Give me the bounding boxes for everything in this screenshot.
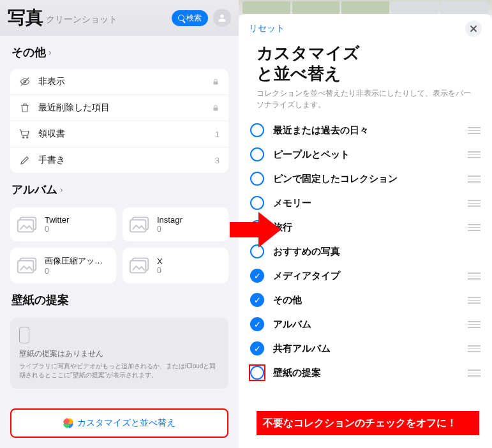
option-label: ピンで固定したコレクション <box>273 173 468 185</box>
modal-description: コレクションを並べ替えたり非表示にしたりして、表示をパーソナライズします。 <box>239 87 492 118</box>
chevron-right-icon: › <box>60 184 63 195</box>
background-thumbnails <box>239 0 492 15</box>
drag-handle-icon[interactable] <box>468 370 481 377</box>
drag-handle-icon[interactable] <box>468 273 481 280</box>
option-row[interactable]: メモリー <box>250 191 481 215</box>
drag-handle-icon[interactable] <box>468 200 481 207</box>
option-row[interactable]: ピープルとペット <box>250 142 481 167</box>
wallpaper-empty-title: 壁紙の提案はありません <box>19 348 220 359</box>
header: 写真 クリーンショット 検索 <box>0 0 239 36</box>
drag-handle-icon[interactable] <box>468 297 481 304</box>
search-label: 検索 <box>186 13 202 24</box>
images-icon <box>17 216 38 234</box>
images-icon <box>129 216 151 234</box>
checkbox-checked-icon[interactable]: ✓ <box>250 293 264 307</box>
option-label: その他 <box>273 294 468 306</box>
eye-slash-icon <box>19 76 33 87</box>
drag-handle-icon[interactable] <box>468 224 481 231</box>
photos-app-screen: 写真 クリーンショット 検索 その他 › 非表示 最近削除した項目 領収書 <box>0 0 239 448</box>
drag-handle-icon[interactable] <box>468 127 481 134</box>
list-item-receipts[interactable]: 領収書 1 <box>10 121 228 147</box>
checkbox-empty-icon[interactable] <box>250 147 264 161</box>
svg-rect-4 <box>214 108 218 111</box>
svg-rect-10 <box>130 220 146 232</box>
pencil-icon <box>19 154 33 166</box>
option-row[interactable]: 旅行 <box>250 215 481 239</box>
option-row[interactable]: ✓アルバム <box>250 312 481 336</box>
annotation-callout: 不要なコレクションのチェックをオフに！ <box>257 411 479 435</box>
modal-header: リセット <box>239 14 492 43</box>
option-row[interactable]: ✓その他 <box>250 288 481 312</box>
reset-button[interactable]: リセット <box>249 23 285 34</box>
other-list: 非表示 最近削除した項目 領収書 1 手書き 3 <box>10 69 228 173</box>
highlight-box <box>249 364 265 381</box>
customize-reorder-button[interactable]: カスタマイズと並べ替え <box>10 408 228 438</box>
svg-rect-12 <box>18 260 34 273</box>
section-wallpaper: 壁紙の提案 <box>0 283 239 311</box>
option-label: ピープルとペット <box>273 149 468 161</box>
header-subtitle: クリーンショット <box>46 14 117 26</box>
option-row[interactable]: ピンで固定したコレクション <box>250 167 481 191</box>
svg-rect-8 <box>18 220 34 232</box>
album-row-1: Twitter 0 Instagr 0 <box>0 201 239 241</box>
chevron-right-icon: › <box>48 47 52 57</box>
photos-app-icon <box>63 418 73 428</box>
checkbox-checked-icon[interactable]: ✓ <box>250 269 264 283</box>
modal-title: カスタマイズと並べ替え <box>239 43 492 87</box>
profile-avatar[interactable] <box>213 9 231 27</box>
checkbox-checked-icon[interactable]: ✓ <box>250 317 264 331</box>
album-card[interactable]: Instagr 0 <box>123 207 228 241</box>
options-list: 最近または過去の日々ピープルとペットピンで固定したコレクションメモリー旅行おすす… <box>239 118 492 385</box>
wallpaper-empty-card: 壁紙の提案はありません ライブラリに写真やビデオがもっと追加されるか、またはiC… <box>10 318 228 389</box>
phone-icon <box>19 327 29 343</box>
wallpaper-empty-desc: ライブラリに写真やビデオがもっと追加されるか、またはiCloudと同期されるとこ… <box>19 362 220 380</box>
option-label: おすすめの写真 <box>273 246 481 258</box>
drag-handle-icon[interactable] <box>468 151 481 158</box>
arrow-annotation <box>230 211 281 249</box>
option-label: 壁紙の提案 <box>273 367 468 379</box>
option-label: アルバム <box>273 318 468 331</box>
drag-handle-icon[interactable] <box>468 321 481 328</box>
images-icon <box>129 257 151 274</box>
album-card[interactable]: Twitter 0 <box>10 207 116 241</box>
svg-point-6 <box>27 137 28 138</box>
checkbox-empty-icon[interactable] <box>250 196 264 210</box>
cart-icon <box>19 128 33 140</box>
app-title: 写真 <box>8 6 43 30</box>
album-row-2: 画像圧縮アッシュ 0 X 0 <box>0 241 239 283</box>
checkbox-empty-icon[interactable] <box>250 123 264 137</box>
option-row[interactable]: 最近または過去の日々 <box>250 118 481 142</box>
svg-point-5 <box>23 137 24 138</box>
trash-icon <box>19 102 33 114</box>
lock-icon <box>212 103 220 112</box>
close-icon <box>470 25 477 33</box>
option-row[interactable]: ✓共有アルバム <box>250 336 481 361</box>
option-row[interactable]: 壁紙の提案 <box>250 361 481 385</box>
list-item-recently-deleted[interactable]: 最近削除した項目 <box>10 95 228 121</box>
search-button[interactable]: 検索 <box>172 10 208 26</box>
search-icon <box>178 15 184 21</box>
section-album: アルバム › <box>0 173 239 201</box>
section-other-header[interactable]: その他 › <box>11 45 227 60</box>
album-card[interactable]: 画像圧縮アッシュ 0 <box>10 248 116 283</box>
option-label: メモリー <box>273 197 468 209</box>
person-icon <box>217 13 227 23</box>
option-label: 最近または過去の日々 <box>273 124 468 137</box>
checkbox-checked-icon[interactable]: ✓ <box>250 341 264 355</box>
section-wallpaper-header: 壁紙の提案 <box>11 292 227 308</box>
option-label: 共有アルバム <box>273 343 468 355</box>
checkbox-empty-icon[interactable] <box>250 172 264 186</box>
option-row[interactable]: おすすめの写真 <box>250 239 481 264</box>
section-album-header[interactable]: アルバム › <box>11 182 227 197</box>
lock-icon <box>212 77 220 86</box>
drag-handle-icon[interactable] <box>468 345 481 352</box>
list-item-hidden[interactable]: 非表示 <box>10 69 228 95</box>
option-row[interactable]: ✓メディアタイプ <box>250 264 481 288</box>
svg-rect-3 <box>214 82 218 85</box>
svg-rect-14 <box>130 260 146 273</box>
list-item-handwriting[interactable]: 手書き 3 <box>10 147 228 173</box>
close-button[interactable] <box>465 20 482 37</box>
option-label: メディアタイプ <box>273 270 468 282</box>
drag-handle-icon[interactable] <box>468 175 481 183</box>
album-card[interactable]: X 0 <box>123 248 228 283</box>
